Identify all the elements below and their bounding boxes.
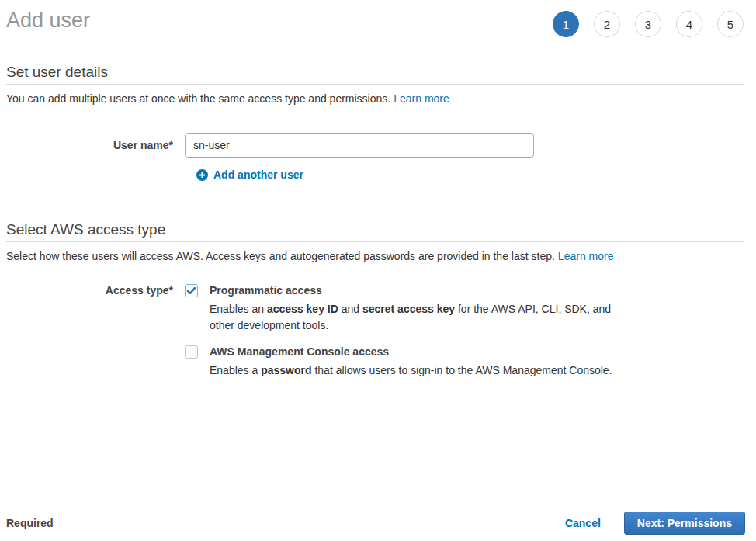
page-header: Add user 12345 <box>6 0 744 37</box>
console-access-checkbox[interactable] <box>185 345 198 359</box>
step-1: 1 <box>553 11 579 37</box>
user-name-label: User name* <box>6 133 185 152</box>
user-name-input[interactable] <box>185 133 534 158</box>
learn-more-link-access-type[interactable]: Learn more <box>558 250 614 262</box>
step-4: 4 <box>676 11 702 37</box>
step-2: 2 <box>594 11 620 37</box>
check-icon <box>186 286 196 296</box>
access-type-options: Programmatic access Enables an access ke… <box>185 284 619 379</box>
option-programmatic-access: Programmatic access Enables an access ke… <box>185 284 619 334</box>
plus-circle-icon <box>196 169 208 181</box>
step-5: 5 <box>717 11 744 37</box>
programmatic-access-label[interactable]: Programmatic access <box>210 284 619 297</box>
cancel-button[interactable]: Cancel <box>565 517 601 529</box>
add-another-user-button[interactable]: Add another user <box>196 168 303 182</box>
step-indicator: 12345 <box>553 11 744 37</box>
page-title: Add user <box>6 8 90 33</box>
user-details-description: You can add multiple users at once with … <box>6 92 744 106</box>
add-another-user-label: Add another user <box>213 168 303 182</box>
section-divider <box>6 241 744 242</box>
add-another-user-row: Add another user <box>196 168 744 183</box>
access-type-description-text: Select how these users will access AWS. … <box>6 250 555 262</box>
wizard-footer: Required Cancel Next: Permissions <box>0 505 756 541</box>
section-heading-user-details: Set user details <box>6 64 744 80</box>
option-text: Programmatic access Enables an access ke… <box>210 284 619 334</box>
programmatic-access-checkbox[interactable] <box>185 284 198 297</box>
user-name-row: User name* <box>6 133 744 158</box>
console-access-label[interactable]: AWS Management Console access <box>210 345 612 359</box>
user-details-description-text: You can add multiple users at once with … <box>6 92 390 105</box>
section-heading-access-type: Select AWS access type <box>6 221 744 238</box>
programmatic-access-description: Enables an access key ID and secret acce… <box>210 301 619 334</box>
option-console-access: AWS Management Console access Enables a … <box>185 345 619 379</box>
section-divider <box>6 84 744 85</box>
option-text: AWS Management Console access Enables a … <box>210 345 612 379</box>
add-user-wizard-page: Add user 12345 Set user details You can … <box>0 0 756 379</box>
step-3: 3 <box>635 11 661 37</box>
required-note: Required <box>6 517 54 529</box>
access-type-row: Access type* Programmatic access Enables… <box>6 284 744 379</box>
access-type-label: Access type* <box>6 284 185 297</box>
next-permissions-button[interactable]: Next: Permissions <box>624 512 745 535</box>
learn-more-link-user-details[interactable]: Learn more <box>394 92 449 105</box>
access-type-description: Select how these users will access AWS. … <box>6 250 744 263</box>
console-access-description: Enables a password that allows users to … <box>210 362 612 379</box>
